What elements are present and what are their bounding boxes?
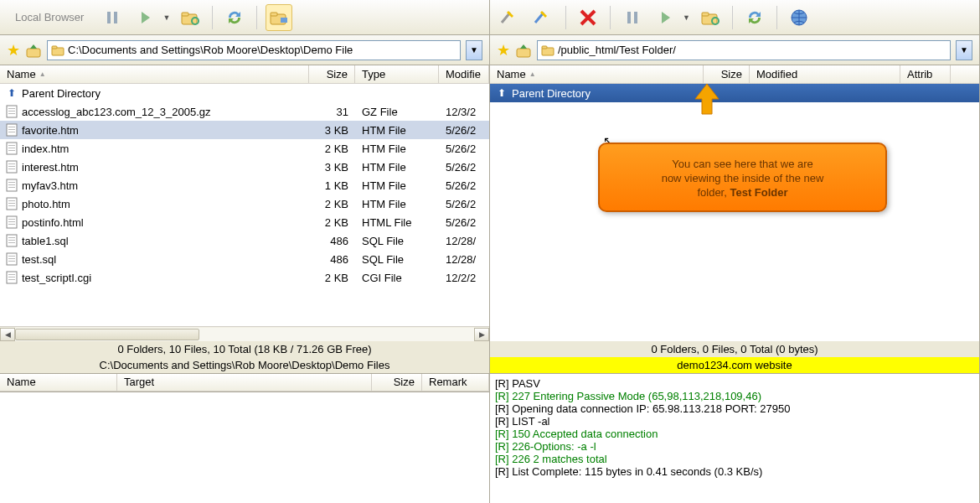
log-line: [R] LIST -al <box>495 415 974 428</box>
file-row[interactable]: index.htm2 KBHTM File5/26/2 <box>0 139 489 158</box>
svg-rect-4 <box>182 13 188 16</box>
file-row[interactable]: photo.htm2 KBHTM File5/26/2 <box>0 194 489 213</box>
parent-directory-row[interactable]: ⬆Parent Directory <box>490 84 979 102</box>
play-icon[interactable] <box>652 4 679 31</box>
remote-addressbar: ★ /public_html/Test Folder/ ▼ <box>490 35 979 65</box>
queue-col-target[interactable]: Target <box>117 374 372 391</box>
file-row[interactable]: interest.htm3 KBHTM File5/26/2 <box>0 158 489 176</box>
log-line: [R] Opening data connection IP: 65.98.11… <box>495 402 974 415</box>
remote-status: 0 Folders, 0 Files, 0 Total (0 bytes) de… <box>490 341 979 373</box>
col-size[interactable]: Size <box>309 65 355 83</box>
folder-view-icon[interactable] <box>266 4 292 31</box>
folder-up-icon[interactable] <box>25 43 42 58</box>
file-icon <box>5 160 18 174</box>
refresh-icon[interactable] <box>221 4 248 31</box>
local-address-input[interactable]: C:\Documents and Settings\Rob Moore\Desk… <box>47 40 461 60</box>
up-arrow-icon: ⬆ <box>495 86 508 100</box>
svg-rect-56 <box>634 12 637 23</box>
address-dropdown[interactable]: ▼ <box>466 40 482 60</box>
svg-rect-38 <box>8 219 15 220</box>
svg-rect-39 <box>8 221 15 222</box>
queue-col-size[interactable]: Size <box>372 374 422 391</box>
local-file-list[interactable]: ⬆Parent Directory accesslog_abc123.com_1… <box>0 84 489 326</box>
svg-rect-19 <box>8 129 15 130</box>
remote-toolbar: ▼ <box>490 0 979 35</box>
svg-rect-1 <box>114 12 117 23</box>
file-row[interactable]: table1.sql486SQL File12/28/ <box>0 231 489 250</box>
svg-rect-24 <box>8 150 15 151</box>
col-modified[interactable]: Modifie <box>439 65 489 83</box>
scroll-right-icon[interactable]: ▶ <box>474 328 489 341</box>
play-icon[interactable] <box>132 4 159 31</box>
file-icon <box>5 179 18 192</box>
svg-rect-18 <box>8 127 15 127</box>
connect-icon[interactable] <box>497 4 524 31</box>
up-arrow-icon: ⬆ <box>5 86 18 100</box>
log-line: [R] PASV <box>495 377 974 390</box>
file-icon <box>5 142 18 155</box>
file-icon <box>5 123 18 137</box>
file-icon <box>5 105 18 118</box>
remote-file-list[interactable]: ⬆Parent Directory <box>490 84 979 341</box>
disconnect-icon[interactable] <box>575 4 601 31</box>
file-icon <box>5 252 18 266</box>
svg-rect-32 <box>8 187 15 188</box>
file-row[interactable]: postinfo.html2 KBHTML File5/26/2 <box>0 213 489 231</box>
globe-icon[interactable] <box>786 4 812 31</box>
favorites-icon[interactable]: ★ <box>497 41 510 60</box>
horizontal-scrollbar[interactable]: ◀ ▶ <box>0 326 489 341</box>
svg-rect-65 <box>542 46 547 49</box>
folder-up-icon[interactable] <box>515 43 532 58</box>
col-name[interactable]: Name▲ <box>0 65 309 83</box>
svg-rect-31 <box>8 184 15 185</box>
col-modified[interactable]: Modified <box>750 65 900 83</box>
svg-rect-40 <box>8 224 15 225</box>
quickconnect-icon[interactable] <box>530 4 557 31</box>
local-status-path: C:\Documents and Settings\Rob Moore\Desk… <box>0 357 489 373</box>
svg-rect-12 <box>52 46 57 49</box>
file-row[interactable]: test.sql486SQL File12/28/ <box>0 250 489 268</box>
svg-rect-9 <box>27 49 40 57</box>
refresh-icon[interactable] <box>741 4 768 31</box>
svg-rect-30 <box>8 182 15 183</box>
svg-marker-63 <box>520 44 527 49</box>
folder-search-icon[interactable] <box>177 4 204 31</box>
log-line: [R] 150 Accepted data connection <box>495 428 974 440</box>
scroll-thumb[interactable] <box>15 329 199 340</box>
remote-file-header: Name▲ Size Modified Attrib <box>490 65 979 84</box>
file-row[interactable]: test_scriptI.cgi2 KBCGI File12/2/2 <box>0 268 489 287</box>
scroll-left-icon[interactable]: ◀ <box>0 328 15 341</box>
pause-icon[interactable] <box>99 4 126 31</box>
queue-col-name[interactable]: Name <box>0 374 117 391</box>
col-size[interactable]: Size <box>704 65 750 83</box>
remote-address-input[interactable]: /public_html/Test Folder/ <box>537 40 951 60</box>
svg-rect-51 <box>8 277 15 277</box>
pause-icon[interactable] <box>619 4 646 31</box>
queue-header: Name Target Size Remark <box>0 373 489 392</box>
log-line: [R] 226-Options: -a -l <box>495 440 974 453</box>
svg-rect-28 <box>8 169 15 169</box>
file-icon <box>5 215 18 229</box>
folder-search-icon[interactable] <box>697 4 724 31</box>
queue-col-remark[interactable]: Remark <box>422 374 489 391</box>
svg-rect-52 <box>8 279 15 280</box>
favorites-icon[interactable]: ★ <box>7 41 20 60</box>
file-icon <box>5 234 18 247</box>
col-attrib[interactable]: Attrib <box>900 65 951 83</box>
file-row[interactable]: myfav3.htm1 KBHTM File5/26/2 <box>0 176 489 194</box>
file-row[interactable]: favorite.htm3 KBHTM File5/26/2 <box>0 121 489 139</box>
col-type[interactable]: Type <box>355 65 439 83</box>
parent-directory-row[interactable]: ⬆Parent Directory <box>0 84 489 102</box>
address-dropdown[interactable]: ▼ <box>956 40 972 60</box>
svg-rect-59 <box>702 13 709 16</box>
svg-rect-0 <box>107 12 111 23</box>
local-status-files: 0 Folders, 10 Files, 10 Total (18 KB / 7… <box>0 341 489 357</box>
col-name[interactable]: Name▲ <box>490 65 704 83</box>
file-row[interactable]: accesslog_abc123.com_12_3_2005.gz31GZ Fi… <box>0 102 489 121</box>
play-dropdown[interactable]: ▼ <box>162 13 170 22</box>
file-icon <box>5 271 18 284</box>
svg-rect-44 <box>8 242 15 243</box>
svg-rect-36 <box>8 205 15 206</box>
play-dropdown[interactable]: ▼ <box>683 13 690 22</box>
svg-rect-22 <box>8 145 15 146</box>
